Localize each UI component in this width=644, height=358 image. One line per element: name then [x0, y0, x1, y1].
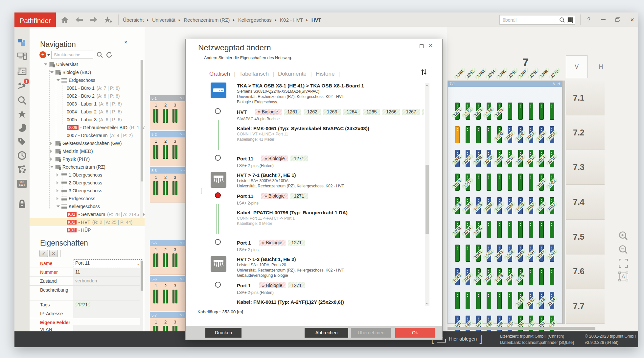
port-block-green[interactable]: 1273: [476, 103, 481, 120]
port-block-green[interactable]: [476, 126, 481, 143]
port-block-blue[interactable]: 1002: [518, 126, 523, 143]
breadcrumb-item[interactable]: Übersicht: [123, 17, 144, 23]
search-icon[interactable]: [559, 17, 565, 23]
port-block-blue[interactable]: 1026: [487, 197, 491, 214]
port-block-green[interactable]: [550, 103, 554, 120]
port-block-blue[interactable]: 1042: [487, 245, 491, 262]
topology-icon[interactable]: [17, 164, 27, 174]
zoom-in-icon[interactable]: [618, 230, 629, 241]
label-scale-icon[interactable]: A: [618, 271, 629, 282]
close-button[interactable]: ×: [625, 12, 639, 27]
rack-vertical-button[interactable]: V: [566, 55, 587, 78]
port-block-green[interactable]: 1034: [466, 221, 470, 238]
rack-section-band[interactable]: 7.1: [566, 81, 605, 115]
expand-open-icon[interactable]: [50, 71, 54, 73]
port-block-blue[interactable]: 1025: [476, 197, 481, 214]
home-icon[interactable]: [60, 15, 70, 25]
properties-scrollbar[interactable]: [140, 260, 143, 330]
port-block-green[interactable]: [539, 268, 544, 285]
port-block-green[interactable]: 1153: [539, 316, 544, 333]
breadcrumb-item[interactable]: Kellergeschoss: [238, 17, 272, 23]
port-block-blue[interactable]: 1050: [466, 268, 470, 285]
port-block-blue[interactable]: 1043: [497, 245, 502, 262]
port-block-green[interactable]: 1035: [476, 221, 481, 238]
breadcrumb-item[interactable]: Universität: [152, 17, 175, 23]
expand-open-icon[interactable]: [57, 205, 60, 207]
port-block-blue[interactable]: 1001: [508, 126, 512, 143]
tree-item[interactable]: 0007 - Druckerraum(A: 4 | P: 2): [30, 131, 145, 139]
port-block-green[interactable]: 1154: [550, 316, 554, 333]
expand-closed-icon[interactable]: [57, 189, 60, 192]
port-block-green[interactable]: 1274: [487, 103, 491, 120]
port-block-blue[interactable]: 1147: [476, 316, 481, 333]
cancel-button[interactable]: Abbrechen: [305, 328, 348, 338]
forward-icon[interactable]: [89, 15, 99, 25]
property-value[interactable]: [73, 286, 143, 300]
expand-closed-icon[interactable]: [57, 173, 60, 177]
port-block-blue[interactable]: 1044: [508, 245, 512, 262]
path-port[interactable]: Port 11» Biologie1271LSA+ 2-pins: [186, 192, 424, 205]
port-block-green[interactable]: 1014: [539, 150, 544, 167]
property-value[interactable]: 11: [73, 268, 143, 276]
port-block-blue[interactable]: 1028: [508, 197, 512, 214]
expand-closed-icon[interactable]: [50, 157, 54, 161]
tree-item[interactable]: 3.Obergeschoss: [30, 187, 145, 195]
breadcrumb-item[interactable]: Rechenzentrum (RZ): [184, 17, 230, 23]
port-block-blue[interactable]: 1146: [466, 316, 470, 333]
tree-item[interactable]: 0005 - Labor 3(A: 6 | P: 6): [30, 116, 145, 124]
port-block-blue[interactable]: 1027: [497, 197, 502, 214]
tree-item[interactable]: Erdgeschoss: [30, 76, 145, 84]
print-button[interactable]: Drucken: [205, 328, 242, 338]
port-block-green[interactable]: [529, 268, 533, 285]
port-block-green[interactable]: [497, 174, 502, 191]
port-block-blue[interactable]: 1047: [539, 245, 544, 262]
tree-item[interactable]: 2.Obergeschoss: [30, 179, 145, 187]
port-node[interactable]: [215, 108, 221, 114]
port-block-green[interactable]: [487, 292, 491, 309]
port-block-green[interactable]: 1024: [466, 197, 470, 214]
port-block-green[interactable]: 1055: [518, 268, 523, 285]
port-block-blue[interactable]: 1004: [539, 126, 544, 143]
statistics-icon[interactable]: [17, 123, 27, 133]
refresh-icon[interactable]: [106, 52, 113, 58]
port-block-green[interactable]: [518, 221, 523, 238]
tree-item[interactable]: K03- HÜP: [30, 226, 145, 234]
structure-search-icon[interactable]: [97, 52, 103, 58]
patch-panel-card[interactable]: 5-1V H123: [150, 95, 187, 130]
add-node-dropdown-icon[interactable]: [47, 54, 50, 56]
property-value[interactable]: Port 11...: [73, 259, 143, 268]
tab-dokumente[interactable]: Dokumente: [278, 71, 307, 77]
expand-closed-icon[interactable]: [57, 181, 60, 184]
tree-item[interactable]: Medizin (MED): [30, 147, 145, 155]
port-block-green[interactable]: [529, 103, 533, 120]
dialog-scrollbar[interactable]: [425, 83, 429, 306]
discard-properties-button[interactable]: ✕: [49, 250, 58, 257]
port-block-green[interactable]: 1016: [455, 174, 460, 191]
tree-item[interactable]: 0002 - Büro 2(A: 6 | P: 6): [30, 92, 145, 100]
selected-port-node[interactable]: [215, 192, 221, 198]
expand-open-icon[interactable]: [50, 166, 54, 168]
port-block-green[interactable]: [539, 221, 544, 238]
port-node[interactable]: [215, 155, 221, 161]
port-block-green[interactable]: [466, 245, 470, 262]
port-block-green[interactable]: [476, 292, 481, 309]
port-block-green[interactable]: 1033: [455, 221, 460, 238]
port-block-green[interactable]: [539, 103, 544, 120]
favorites-icon[interactable]: [17, 109, 27, 119]
port-block-green[interactable]: 1012: [518, 150, 523, 167]
port-block-green[interactable]: [508, 174, 512, 191]
tree-item[interactable]: 1.Obergeschoss: [30, 171, 145, 179]
tree-item[interactable]: Geisteswissenschaften (GW): [30, 139, 145, 147]
patch-panel-vh-label[interactable]: V H: [553, 82, 561, 86]
rack-section-band[interactable]: 7.7: [566, 289, 605, 324]
port-node[interactable]: [215, 239, 221, 245]
port-block-blue[interactable]: 1149: [497, 316, 502, 333]
port-block-green[interactable]: 1054: [508, 268, 512, 285]
expand-open-icon[interactable]: [57, 79, 60, 81]
port-block-orange[interactable]: [455, 126, 460, 143]
tab-tabellarisch[interactable]: Tabellarisch: [239, 71, 269, 77]
port-block-green[interactable]: [466, 292, 470, 309]
tree-scrollbar[interactable]: [140, 60, 143, 218]
rack-section-band[interactable]: 7.2: [566, 115, 605, 150]
port-block-green[interactable]: 1032: [550, 197, 554, 214]
